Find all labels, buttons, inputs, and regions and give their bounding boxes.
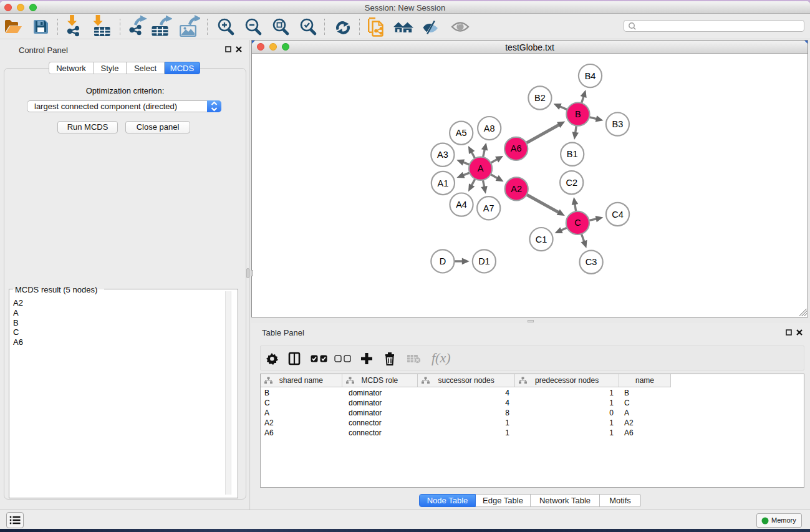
svg-text:C1: C1: [536, 235, 547, 244]
svg-text:C2: C2: [566, 178, 577, 188]
svg-text:A2: A2: [511, 184, 522, 194]
svg-text:A8: A8: [484, 123, 495, 133]
svg-text:A1: A1: [438, 178, 449, 188]
svg-text:C3: C3: [586, 257, 597, 267]
svg-text:C4: C4: [612, 210, 624, 220]
svg-text:B1: B1: [567, 149, 578, 159]
svg-text:A4: A4: [456, 200, 467, 210]
svg-text:A5: A5: [456, 128, 467, 138]
svg-text:D1: D1: [478, 256, 490, 266]
svg-text:B4: B4: [585, 71, 596, 81]
svg-text:A: A: [478, 163, 484, 173]
svg-text:B3: B3: [612, 119, 624, 129]
svg-text:A3: A3: [437, 150, 448, 160]
svg-text:A6: A6: [511, 143, 522, 153]
svg-text:A7: A7: [483, 203, 494, 213]
svg-text:B2: B2: [534, 93, 546, 103]
svg-text:C: C: [574, 218, 581, 228]
svg-text:D: D: [440, 256, 446, 266]
svg-text:B: B: [575, 109, 581, 119]
